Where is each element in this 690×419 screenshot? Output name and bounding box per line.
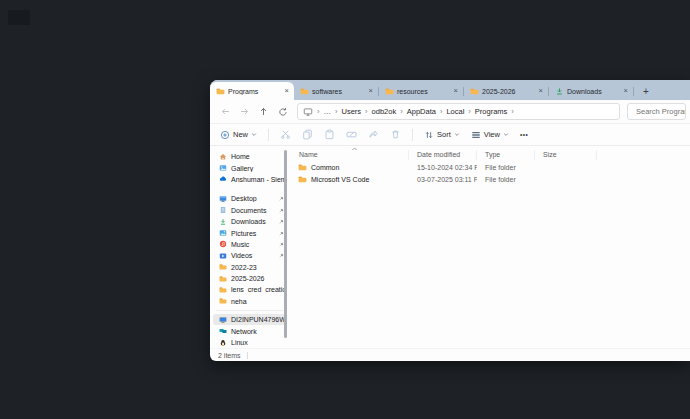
chevron-right-icon: › xyxy=(468,108,471,116)
share-button[interactable] xyxy=(368,129,379,140)
folder-icon xyxy=(385,87,394,96)
breadcrumb-local[interactable]: Local xyxy=(446,108,464,116)
file-name: Common xyxy=(311,164,339,171)
view-button[interactable]: View xyxy=(471,130,509,140)
sidebar-item-linux[interactable]: Linux xyxy=(213,337,285,348)
close-tab-icon[interactable]: × xyxy=(367,87,375,95)
sidebar-item-downloads[interactable]: Downloads xyxy=(213,216,285,227)
sidebar-item-documents[interactable]: Documents xyxy=(213,205,285,216)
tab-label: Downloads xyxy=(567,88,619,95)
chevron-right-icon: › xyxy=(400,108,403,116)
scissors-icon xyxy=(280,129,291,140)
sidebar-item-label: lens_cred_creatio xyxy=(231,286,285,293)
sidebar-item-label: Desktop xyxy=(231,195,275,202)
copy-icon xyxy=(302,129,313,140)
sort-arrows-icon xyxy=(424,130,434,140)
file-row-microsoft-vs-code[interactable]: Microsoft VS Code 03-07-2025 03:11 PM Fi… xyxy=(291,173,690,185)
sidebar-divider xyxy=(216,310,283,311)
up-button[interactable] xyxy=(255,104,272,120)
column-header-type[interactable]: Type xyxy=(477,150,535,160)
sidebar-item-2025-2026[interactable]: 2025-2026 xyxy=(213,273,285,284)
address-bar: › … › Users › odb2ok › AppData › Local ›… xyxy=(210,100,690,124)
file-type: File folder xyxy=(477,164,535,171)
status-bar: 2 items xyxy=(210,348,690,361)
toolbar-separator xyxy=(268,129,269,141)
folder-icon xyxy=(219,263,227,271)
close-tab-icon[interactable]: × xyxy=(622,87,630,95)
search-box xyxy=(627,103,686,120)
breadcrumb[interactable]: › … › Users › odb2ok › AppData › Local ›… xyxy=(297,103,620,120)
new-tab-button[interactable]: + xyxy=(643,87,649,97)
breadcrumb-odb2ok[interactable]: odb2ok xyxy=(372,108,397,116)
view-lines-icon xyxy=(471,130,481,140)
paste-button[interactable] xyxy=(324,129,335,140)
sidebar-item-label: Linux xyxy=(231,339,285,346)
tab-softwares[interactable]: softwares × xyxy=(294,82,378,100)
sidebar-item-label: Downloads xyxy=(231,218,275,225)
sidebar-item-onedrive[interactable]: Anshuman - Siem xyxy=(213,174,285,185)
sidebar-gap xyxy=(210,185,291,193)
column-header-name[interactable]: Name xyxy=(291,150,409,160)
close-tab-icon[interactable]: × xyxy=(452,87,460,95)
breadcrumb-programs[interactable]: Programs xyxy=(475,108,508,116)
sidebar-item-network[interactable]: Network xyxy=(213,325,285,336)
sidebar-item-desktop[interactable]: Desktop xyxy=(213,193,285,204)
sort-ascending-icon xyxy=(351,146,358,152)
refresh-button[interactable] xyxy=(274,104,291,120)
sidebar-item-label: Gallery xyxy=(231,165,285,172)
sidebar-item-neha[interactable]: neha xyxy=(213,296,285,307)
item-count: 2 items xyxy=(218,352,241,359)
column-header-date-modified[interactable]: Date modified xyxy=(409,150,477,160)
tab-resources[interactable]: resources × xyxy=(379,82,463,100)
sidebar-item-videos[interactable]: Videos xyxy=(213,250,285,261)
breadcrumb-ellipsis[interactable]: … xyxy=(324,108,332,116)
tab-2025-2026[interactable]: 2025-2026 × xyxy=(464,82,548,100)
search-input[interactable] xyxy=(628,107,685,116)
breadcrumb-users[interactable]: Users xyxy=(342,108,362,116)
sidebar-item-2022-23[interactable]: 2022-23 xyxy=(213,262,285,273)
close-tab-icon[interactable]: × xyxy=(537,87,545,95)
view-button-label: View xyxy=(484,130,500,139)
file-row-common[interactable]: Common 15-10-2024 02:34 PM File folder xyxy=(291,161,690,173)
back-button[interactable] xyxy=(217,104,234,120)
folder-icon xyxy=(300,87,309,96)
chevron-down-icon xyxy=(251,132,257,137)
close-tab-icon[interactable]: × xyxy=(283,87,291,95)
download-icon xyxy=(219,218,227,226)
chevron-down-icon xyxy=(503,132,509,137)
copy-button[interactable] xyxy=(302,129,313,140)
tab-programs[interactable]: Programs × xyxy=(210,82,294,100)
file-date-modified: 03-07-2025 03:11 PM xyxy=(409,176,477,183)
chevron-right-icon: › xyxy=(317,108,320,116)
chevron-right-icon: › xyxy=(511,108,514,116)
forward-button[interactable] xyxy=(236,104,253,120)
sidebar-item-home[interactable]: Home xyxy=(213,151,285,162)
cut-button[interactable] xyxy=(280,129,291,140)
tab-downloads[interactable]: Downloads × xyxy=(549,82,633,100)
file-explorer-window: Programs × softwares × resources × 2025-… xyxy=(210,80,690,361)
file-name: Microsoft VS Code xyxy=(311,176,369,183)
breadcrumb-appdata[interactable]: AppData xyxy=(407,108,436,116)
column-header-size[interactable]: Size xyxy=(535,150,597,160)
new-button[interactable]: New xyxy=(220,130,257,140)
file-date-modified: 15-10-2024 02:34 PM xyxy=(409,164,477,171)
tab-bar: Programs × softwares × resources × 2025-… xyxy=(210,80,690,100)
more-options-button[interactable]: ••• xyxy=(520,131,528,138)
folder-icon xyxy=(219,275,227,283)
linux-penguin-icon xyxy=(219,339,227,347)
sidebar-item-lens-cred-creation[interactable]: lens_cred_creatio xyxy=(213,284,285,295)
sidebar-item-pictures[interactable]: Pictures xyxy=(213,227,285,238)
this-pc-icon xyxy=(303,107,313,117)
main-content: Home Gallery Anshuman - Siem Desktop Doc… xyxy=(210,146,690,348)
sort-button[interactable]: Sort xyxy=(424,130,460,140)
share-icon xyxy=(368,129,379,140)
sidebar-item-music[interactable]: Music xyxy=(213,239,285,250)
rename-button[interactable] xyxy=(346,129,357,140)
sidebar-scrollbar[interactable] xyxy=(284,150,287,338)
chevron-right-icon: › xyxy=(440,108,443,116)
sidebar-item-gallery[interactable]: Gallery xyxy=(213,162,285,173)
sidebar-item-this-pc[interactable]: DI2INPUN4796WI xyxy=(213,314,285,325)
delete-button[interactable] xyxy=(390,129,401,140)
gallery-icon xyxy=(219,164,227,172)
folder-icon xyxy=(298,163,307,172)
